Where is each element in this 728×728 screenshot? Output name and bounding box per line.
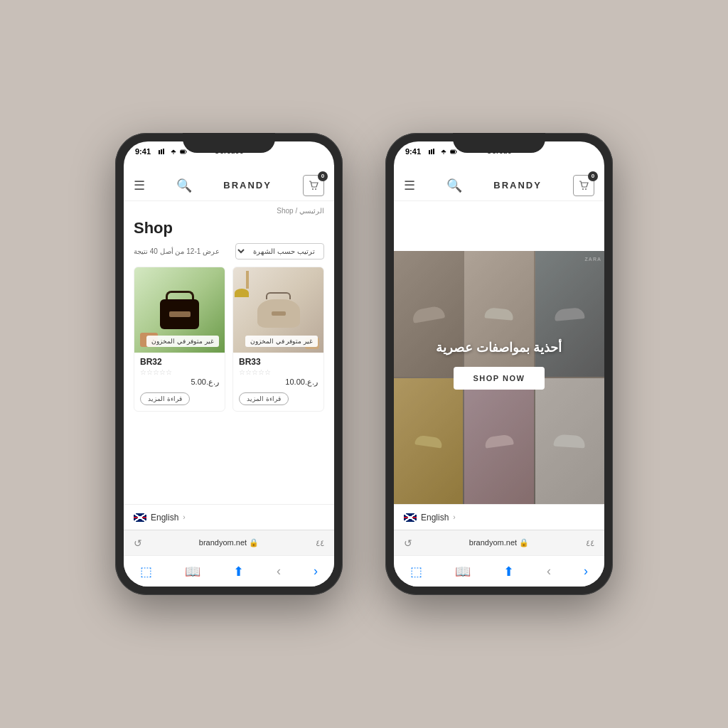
tab-share-2[interactable]: ⬆ (503, 564, 514, 579)
svg-rect-15 (456, 151, 457, 153)
svg-rect-9 (429, 150, 430, 154)
svg-rect-10 (431, 149, 432, 154)
product-card-1: غير متوفر في المخزون BR32 ☆☆☆☆☆ ر.ع.5.00… (134, 267, 225, 412)
menu-icon-1[interactable]: ☰ (134, 178, 145, 193)
menu-icon-2[interactable]: ☰ (404, 178, 415, 193)
svg-point-8 (315, 188, 316, 190)
phone-2-notch (453, 133, 545, 153)
flag-icon-1 (134, 513, 146, 522)
url-arabic-1: ٤٤ (316, 538, 324, 548)
breadcrumb-1: الرئيسي / Shop (124, 201, 334, 218)
hero-arabic-text-2: أحذية بمواصفات عصرية (394, 340, 604, 355)
language-selector-1[interactable]: English › (134, 513, 186, 523)
cart-icon-1[interactable]: 0 (303, 175, 324, 196)
products-grid-1: غير متوفر في المخزون BR32 ☆☆☆☆☆ ر.ع.5.00… (124, 267, 334, 412)
svg-rect-14 (451, 151, 455, 154)
logo-1: BRANDY (223, 180, 272, 191)
search-icon-1[interactable]: 🔍 (176, 178, 192, 193)
read-more-btn-1[interactable]: قراءة المزيد (140, 392, 190, 405)
svg-rect-5 (181, 151, 185, 154)
phone-2: 9:41 Ooredo ☰ 🔍 BRANDY (385, 133, 613, 595)
search-icon-2[interactable]: 🔍 (446, 178, 462, 193)
hero-section-2: ZARA أحذية بمواصفات عصرية SHOP NOW (394, 251, 604, 504)
cart-icon-2[interactable]: 0 (573, 175, 594, 196)
refresh-icon-1[interactable]: ↺ (134, 537, 142, 549)
product-price-1: ر.ع.5.00 (140, 378, 219, 387)
product-image-2: غير متوفر في المخزون (233, 267, 323, 353)
lock-icon-1: 🔒 (249, 538, 259, 547)
phone-1-notch (183, 133, 275, 153)
svg-rect-11 (433, 149, 434, 154)
flag-icon-2 (404, 513, 417, 522)
svg-rect-0 (159, 150, 160, 154)
nav-bar-2[interactable]: ☰ 🔍 BRANDY 0 (394, 170, 604, 201)
svg-point-3 (173, 153, 174, 154)
tab-share-1[interactable]: ⬆ (233, 564, 244, 579)
language-label-2: English (421, 513, 449, 523)
svg-rect-1 (161, 149, 162, 154)
product-stars-1: ☆☆☆☆☆ (140, 368, 219, 376)
product-info-1: BR32 ☆☆☆☆☆ ر.ع.5.00 قراءة المزيد (134, 353, 225, 411)
tab-icon-2[interactable]: ⬚ (410, 564, 422, 579)
product-name-2: BR33 (239, 357, 318, 367)
svg-point-17 (585, 188, 587, 190)
shop-now-btn-2[interactable]: SHOP NOW (454, 367, 545, 390)
url-bar-2: ↺ brandyom.net 🔒 ٤٤ (394, 530, 604, 555)
tab-forward-2[interactable]: › (584, 564, 588, 579)
product-image-1: غير متوفر في المخزون (134, 267, 225, 353)
url-text-2: brandyom.net 🔒 (469, 538, 529, 547)
tab-forward-1[interactable]: › (314, 564, 318, 579)
chevron-icon-1: › (183, 513, 185, 521)
out-of-stock-badge-1: غير متوفر في المخزون (146, 336, 219, 347)
hero-text-overlay-2: أحذية بمواصفات عصرية SHOP NOW (394, 340, 604, 390)
language-label-1: English (151, 513, 178, 523)
phone-2-frame: 9:41 Ooredo ☰ 🔍 BRANDY (385, 133, 613, 595)
product-name-1: BR32 (140, 357, 219, 367)
bottom-nav-2: ⬚ 📖 ⬆ ‹ › (394, 555, 604, 587)
logo-2: BRANDY (493, 180, 542, 191)
tab-back-1[interactable]: ‹ (277, 564, 281, 579)
nav-bar-1[interactable]: ☰ 🔍 BRANDY 0 (124, 170, 334, 201)
url-text-1: brandyom.net 🔒 (199, 538, 259, 547)
product-card-2: غير متوفر في المخزون BR33 ☆☆☆☆☆ ر.ع.10.0… (232, 267, 324, 412)
read-more-btn-2[interactable]: قراءة المزيد (239, 392, 289, 405)
hero-white-area-2 (394, 201, 604, 251)
out-of-stock-badge-2: غير متوفر في المخزون (245, 336, 318, 347)
svg-rect-6 (186, 151, 187, 153)
tab-icon-1[interactable]: ⬚ (140, 564, 152, 579)
refresh-icon-2[interactable]: ↺ (404, 537, 412, 549)
status-time-1: 9:41 (135, 147, 187, 156)
bottom-nav-1: ⬚ 📖 ⬆ ‹ › (124, 555, 334, 587)
language-bar-2[interactable]: English › (394, 504, 604, 530)
url-bar-1: ↺ brandyom.net 🔒 ٤٤ (124, 530, 334, 555)
tab-bookmarks-1[interactable]: 📖 (185, 564, 200, 579)
language-bar-1[interactable]: English › (124, 504, 334, 530)
product-stars-2: ☆☆☆☆☆ (239, 368, 318, 376)
svg-rect-2 (163, 149, 164, 154)
svg-point-12 (443, 153, 444, 154)
lock-icon-2: 🔒 (519, 538, 529, 547)
tab-bookmarks-2[interactable]: 📖 (455, 564, 471, 579)
chevron-icon-2: › (453, 513, 455, 521)
phone-2-screen: 9:41 Ooredo ☰ 🔍 BRANDY (394, 141, 604, 587)
sort-select-1[interactable]: ترتيب حسب الشهرة (235, 243, 324, 259)
tab-back-2[interactable]: ‹ (547, 564, 551, 579)
phone-1-screen: 9:41 Ooredoo ☰ 🔍 BRANDY (124, 141, 334, 587)
phone-1-frame: 9:41 Ooredoo ☰ 🔍 BRANDY (115, 133, 343, 595)
svg-point-16 (582, 188, 584, 190)
url-arabic-2: ٤٤ (586, 538, 594, 548)
svg-point-7 (312, 188, 314, 190)
language-selector-2[interactable]: English › (404, 513, 456, 523)
product-price-2: ر.ع.10.00 (239, 378, 318, 387)
screen-content-1: الرئيسي / Shop Shop ترتيب حسب الشهرة عرض… (124, 201, 334, 504)
phone-1: 9:41 Ooredoo ☰ 🔍 BRANDY (115, 133, 343, 595)
product-info-2: BR33 ☆☆☆☆☆ ر.ع.10.00 قراءة المزيد (233, 353, 323, 411)
status-time-2: 9:41 (405, 147, 457, 156)
page-title-1: Shop (124, 218, 334, 243)
filter-bar-1: ترتيب حسب الشهرة عرض 1-12 من أصل 40 نتيج… (124, 243, 334, 267)
result-count-1: عرض 1-12 من أصل 40 نتيجة (134, 247, 220, 255)
